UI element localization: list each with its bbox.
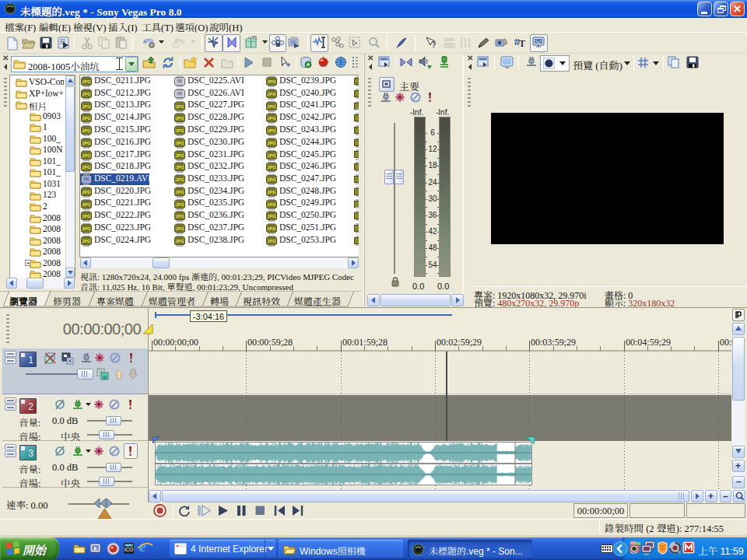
svg-text:JPG: JPG <box>267 190 275 194</box>
svg-text:JPG: JPG <box>267 104 275 109</box>
svg-text:JPG: JPG <box>82 128 90 133</box>
svg-text:JPG: JPG <box>175 202 184 207</box>
svg-text:JPG: JPG <box>175 214 184 219</box>
svg-text:?: ? <box>432 40 437 49</box>
svg-text:JPG: JPG <box>267 165 275 170</box>
svg-text:JPG: JPG <box>267 214 275 219</box>
svg-text:JPG: JPG <box>175 141 184 145</box>
svg-text:JPG: JPG <box>82 92 90 96</box>
svg-text:JPG: JPG <box>267 79 275 84</box>
svg-text:JPG: JPG <box>267 92 275 96</box>
svg-text:JPG: JPG <box>175 177 184 182</box>
svg-text:JPG: JPG <box>175 165 184 170</box>
svg-text:JPG: JPG <box>175 190 184 194</box>
svg-text:JPG: JPG <box>175 153 184 158</box>
svg-text:JPG: JPG <box>175 116 184 121</box>
svg-text:JPG: JPG <box>175 128 184 133</box>
svg-text:ICO: ICO <box>124 547 134 552</box>
svg-text:JPG: JPG <box>267 177 275 182</box>
svg-text:JPG: JPG <box>267 239 275 243</box>
svg-text:JPG: JPG <box>267 141 275 145</box>
svg-text:JPG: JPG <box>267 226 275 231</box>
svg-text:JPG: JPG <box>82 79 90 84</box>
svg-text:JPG: JPG <box>82 153 90 158</box>
svg-text:JPG: JPG <box>175 226 184 231</box>
svg-text:JPG: JPG <box>267 202 275 207</box>
svg-text:JPG: JPG <box>82 190 90 194</box>
svg-text:JPG: JPG <box>82 239 90 243</box>
svg-text:JPG: JPG <box>175 104 184 109</box>
svg-text:JPG: JPG <box>267 116 275 121</box>
svg-text:JPG: JPG <box>267 128 275 133</box>
svg-text:JPG: JPG <box>82 104 90 109</box>
svg-text:JPG: JPG <box>82 141 90 145</box>
svg-text:JPG: JPG <box>82 165 90 170</box>
svg-text:JPG: JPG <box>82 226 90 231</box>
svg-text:JPG: JPG <box>82 214 90 219</box>
svg-text:JPG: JPG <box>175 239 184 243</box>
svg-text:T: T <box>519 38 525 49</box>
svg-text:JPG: JPG <box>82 202 90 207</box>
svg-text:JPG: JPG <box>267 153 275 158</box>
svg-text:JPG: JPG <box>82 116 90 121</box>
